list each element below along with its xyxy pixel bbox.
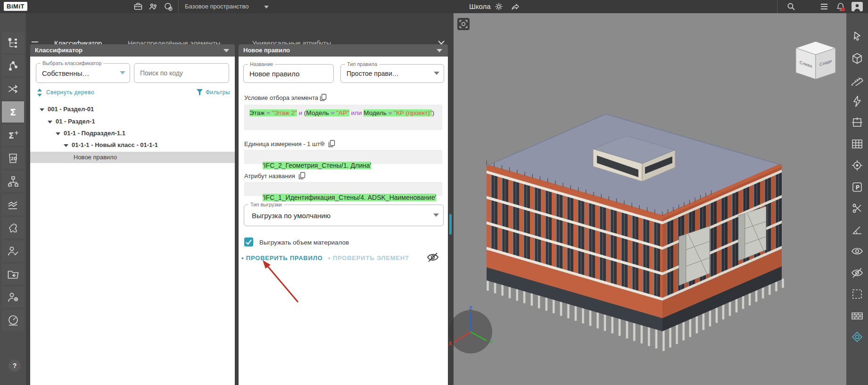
folder-export-icon[interactable] <box>2 263 24 285</box>
condition-label: Условие отбора элемента <box>244 94 318 101</box>
tree-node-label: 01 - Раздел-1 <box>56 118 95 125</box>
scissors-icon[interactable] <box>851 202 863 214</box>
section-box-icon[interactable] <box>851 116 863 129</box>
viewport-3d[interactable] <box>454 13 846 385</box>
tree-node-01[interactable]: 01 - Раздел-1 <box>48 116 95 127</box>
help-button[interactable]: ? <box>8 360 21 372</box>
charts-icon[interactable] <box>2 194 24 215</box>
angle-icon[interactable] <box>851 224 863 236</box>
svg-text:2D: 2D <box>10 156 17 161</box>
attribute-value: 'IFC_1_Идентификация_Стены/4. ADSK_Наиме… <box>263 194 436 201</box>
tree-node-label: 01-1 - Подраздел-1.1 <box>64 130 125 137</box>
list-icon[interactable] <box>819 2 829 11</box>
doc-2d-icon[interactable]: 2D <box>2 147 24 169</box>
share-icon[interactable] <box>511 2 520 11</box>
gauge-icon[interactable] <box>2 310 24 331</box>
rule-type-select[interactable]: Тип правила Простое прави… <box>340 64 444 83</box>
tree-node-label: 001 - Раздел-01 <box>48 106 94 113</box>
rule-collapse-caret-icon[interactable] <box>437 49 442 52</box>
code-search-field[interactable] <box>134 63 229 83</box>
topbar-divider <box>178 0 179 13</box>
export-type-select[interactable]: Тип выгрузки Выгрузка по умолчанию <box>244 205 444 226</box>
classifier-panel-header[interactable]: Классификатор <box>30 44 235 57</box>
sigma-icon[interactable]: Σ <box>2 101 24 123</box>
topbar-divider-right <box>777 0 777 13</box>
check-rule-button[interactable]: • ПРОВЕРИТЬ ПРАВИЛО <box>241 254 323 262</box>
sigma-plus-icon[interactable]: Σ+ <box>2 124 24 146</box>
rule-name-input[interactable] <box>249 65 321 82</box>
workspace-caret-icon[interactable] <box>264 6 269 8</box>
unit-expression[interactable]: 'IFC_2_Геометрия_Стены/1. Длина' <box>244 150 442 164</box>
parameter-p-icon[interactable]: P <box>851 181 863 193</box>
select-cursor-icon[interactable] <box>851 31 863 43</box>
unit-gear-icon[interactable] <box>319 140 326 147</box>
classifier-select-value: Собственны… <box>42 64 117 82</box>
rule-panel-header[interactable]: Новое правило <box>239 44 448 57</box>
unit-value: 'IFC_2_Геометрия_Стены/1. Длина' <box>263 162 371 169</box>
briefcase-icon[interactable] <box>133 2 143 11</box>
team-icon[interactable] <box>149 2 158 11</box>
materials-checkbox-label[interactable]: Выгружать объем материалов <box>259 239 349 246</box>
chevron-down-icon <box>433 213 439 217</box>
grid-icon[interactable] <box>851 138 863 150</box>
tree-caret-icon[interactable] <box>64 144 68 147</box>
wall-icon[interactable] <box>851 310 863 322</box>
eye-off-icon[interactable] <box>426 252 439 263</box>
export-type-value: Выгрузка по умолчанию <box>252 205 431 226</box>
app-logo[interactable]: BiMiT <box>4 2 27 11</box>
workspace-select[interactable]: Базовое пространство <box>185 0 249 13</box>
selection-frame-icon[interactable] <box>851 288 863 300</box>
tree-caret-icon[interactable] <box>40 108 44 111</box>
bell-icon[interactable] <box>835 2 845 11</box>
bimit-app: BiMiT Базовое пространство Школа <box>0 0 868 385</box>
copy-icon[interactable] <box>320 94 327 101</box>
tree-node-01-1[interactable]: 01-1 - Подраздел-1.1 <box>56 128 125 139</box>
filters-link[interactable]: Фильтры <box>206 89 230 96</box>
view-cube-icon[interactable] <box>851 52 863 65</box>
shuffle-icon[interactable] <box>2 78 24 99</box>
puzzle-icon[interactable] <box>2 217 24 238</box>
eye-off-icon[interactable] <box>851 267 863 279</box>
scrollbar-thumb[interactable] <box>449 214 452 235</box>
org-chart-icon[interactable] <box>2 171 24 192</box>
chevron-down-icon <box>434 72 439 75</box>
classifier-collapse-caret-icon[interactable] <box>223 49 229 52</box>
zap-icon[interactable] <box>851 95 863 107</box>
gear-icon[interactable] <box>494 2 504 11</box>
panels-area: Классификатор Нераспределённые элементы … <box>26 13 454 385</box>
classifier-select[interactable]: Выбрать классификатор Собственны… <box>36 63 130 83</box>
collapse-tree-icon[interactable] <box>37 89 42 97</box>
collapse-tree-link[interactable]: Свернуть дерево <box>46 89 94 96</box>
svg-text:+: + <box>14 130 19 136</box>
filters-icon[interactable] <box>196 89 203 96</box>
copy-icon[interactable] <box>328 140 335 147</box>
copy-icon[interactable] <box>298 172 306 180</box>
attribute-label: Атрибут названия <box>244 172 295 180</box>
branch-icon[interactable] <box>2 55 24 76</box>
tree-node-01-1-1[interactable]: 01-1-1 - Новый класс - 01-1-1 <box>64 139 158 151</box>
svg-text:Σ: Σ <box>10 107 16 117</box>
user-pin-icon[interactable] <box>2 287 24 308</box>
tree-caret-icon[interactable] <box>56 132 60 135</box>
rule-name-field[interactable]: Название <box>243 64 334 83</box>
capture-view-button[interactable] <box>457 18 470 30</box>
section-plane-icon[interactable] <box>851 331 863 343</box>
attribute-expression[interactable]: 'IFC_1_Идентификация_Стены/4. ADSK_Наиме… <box>244 182 442 196</box>
condition-expression[interactable]: Этаж = "Этаж 2" и (Модель = "АР" или Мод… <box>244 105 442 130</box>
tree-node-001[interactable]: 001 - Раздел-01 <box>40 104 94 115</box>
user-check-icon[interactable] <box>2 240 24 262</box>
tree-node-rule-selected[interactable]: Новое правило <box>30 152 235 163</box>
ruler-icon[interactable] <box>851 74 863 86</box>
search-input[interactable] <box>140 64 216 82</box>
tree-node-label: 01-1-1 - Новый класс - 01-1-1 <box>72 141 158 148</box>
currency-icon[interactable] <box>164 2 173 11</box>
left-toolbar: Σ Σ+ 2D <box>0 13 26 385</box>
tree-caret-icon[interactable] <box>48 121 52 123</box>
check-element-button[interactable]: • ПРОВЕРИТЬ ЭЛЕМЕНТ <box>328 254 409 262</box>
eye-icon[interactable] <box>851 245 863 257</box>
materials-checkbox[interactable] <box>244 238 253 246</box>
avatar-icon[interactable] <box>851 2 863 11</box>
search-icon[interactable] <box>786 2 796 11</box>
locate-icon[interactable] <box>851 159 863 172</box>
classifier-tree-icon[interactable] <box>2 32 24 53</box>
